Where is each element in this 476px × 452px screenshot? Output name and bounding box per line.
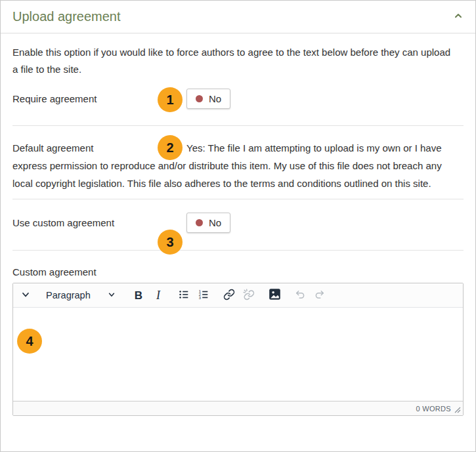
rich-text-editor: Paragraph B I — [12, 283, 464, 416]
bullet-list-button[interactable] — [174, 285, 194, 305]
bullet-list-icon — [178, 289, 190, 302]
editor-toolbar: Paragraph B I — [13, 283, 463, 308]
bold-button[interactable]: B — [129, 285, 148, 305]
annotation-step-badge: 3 — [158, 230, 183, 255]
undo-button[interactable] — [290, 285, 310, 305]
panel-header: Upload agreement — [1, 1, 475, 33]
insert-link-button[interactable] — [219, 285, 239, 305]
divider — [12, 250, 464, 251]
panel-body: Enable this option if you would like to … — [1, 44, 475, 416]
toolbar-drawer-button[interactable] — [16, 285, 35, 305]
toggle-off-dot-icon — [196, 95, 203, 102]
use-custom-agreement-label: Use custom agreement — [12, 217, 186, 228]
paragraph-format-select[interactable]: Paragraph — [42, 285, 119, 305]
annotation-step-badge: 4 — [17, 329, 42, 354]
list-group: 1 2 3 — [174, 285, 213, 305]
italic-icon: I — [156, 289, 160, 301]
editor-content[interactable] — [13, 308, 463, 401]
default-agreement-row: Default agreementYes: The file I am atte… — [12, 139, 464, 192]
link-group — [219, 285, 259, 305]
bold-icon: B — [135, 290, 142, 301]
image-icon — [269, 288, 281, 302]
svg-text:3: 3 — [199, 296, 201, 300]
annotation-step-badge: 1 — [158, 87, 183, 112]
chevron-up-icon — [453, 10, 464, 23]
unlink-button[interactable] — [239, 285, 259, 305]
redo-icon — [314, 289, 326, 302]
resize-handle-icon[interactable] — [454, 407, 461, 413]
toggle-off-dot-icon — [196, 219, 203, 226]
chevron-down-icon — [21, 290, 30, 301]
italic-button[interactable]: I — [148, 285, 168, 305]
toggle-state-label: No — [209, 93, 221, 104]
insert-image-button[interactable] — [265, 285, 284, 305]
undo-icon — [294, 289, 306, 302]
word-count: 0 WORDS — [416, 405, 451, 413]
unlink-icon — [243, 289, 255, 302]
collapse-panel-button[interactable] — [453, 10, 464, 23]
require-agreement-row: Require agreement No — [12, 89, 464, 109]
numbered-list-button[interactable]: 1 2 3 — [194, 285, 213, 305]
editor-statusbar: 0 WORDS — [13, 401, 463, 415]
panel-description: Enable this option if you would like to … — [12, 44, 454, 78]
chevron-down-icon — [108, 290, 116, 300]
require-agreement-toggle[interactable]: No — [186, 89, 230, 109]
numbered-list-icon: 1 2 3 — [198, 289, 209, 302]
toggle-state-label: No — [209, 217, 221, 228]
format-select-value: Paragraph — [46, 290, 91, 300]
panel-title: Upload agreement — [12, 9, 121, 24]
divider — [12, 125, 464, 126]
divider — [12, 199, 464, 199]
use-custom-agreement-row: Use custom agreement No — [12, 213, 464, 233]
use-custom-agreement-toggle[interactable]: No — [186, 213, 230, 233]
text-style-group: B I — [129, 285, 168, 305]
redo-button[interactable] — [310, 285, 330, 305]
history-group — [290, 285, 330, 305]
link-icon — [223, 289, 235, 302]
upload-agreement-panel: Upload agreement Enable this option if y… — [0, 0, 476, 452]
custom-agreement-label: Custom agreement — [12, 266, 464, 277]
annotation-step-badge: 2 — [158, 135, 183, 160]
media-group — [265, 285, 284, 305]
